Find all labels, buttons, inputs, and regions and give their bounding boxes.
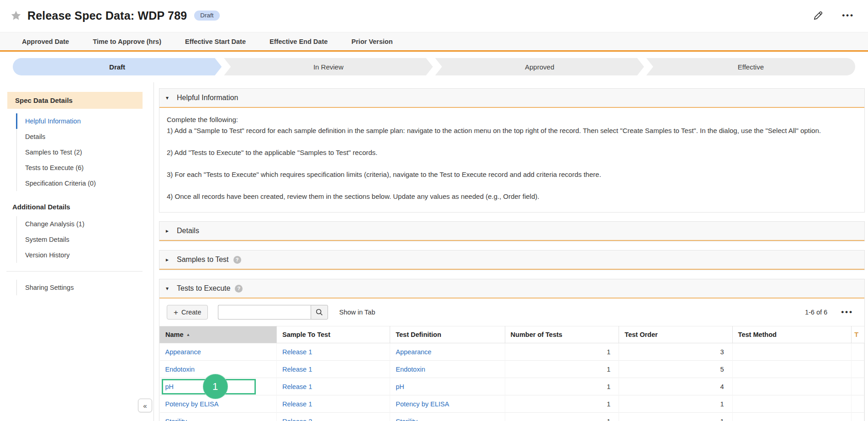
collapse-caret-icon: ▾ xyxy=(166,95,177,101)
test-method-cell xyxy=(732,378,852,395)
column-header-truncated[interactable]: T xyxy=(852,326,864,343)
search-button[interactable] xyxy=(311,305,328,320)
name-link[interactable]: Appearance xyxy=(165,348,201,356)
help-icon[interactable]: ? xyxy=(235,285,243,293)
test-definition-link[interactable]: pH xyxy=(396,383,404,390)
tests-to-execute-table: Name▲ Sample To Test Test Definition Num… xyxy=(159,326,864,421)
test-definition-link[interactable]: Sterility xyxy=(396,418,418,421)
ellipsis-icon: ••• xyxy=(842,11,854,20)
test-order-cell: 3 xyxy=(619,343,732,361)
create-button-label: Create xyxy=(181,309,201,316)
helpful-info-line: Complete the following: xyxy=(167,115,857,124)
table-row: Sterility Release 2 Sterility 1 1 xyxy=(160,413,864,421)
column-label: Name xyxy=(165,331,184,338)
section-title: Helpful Information xyxy=(177,94,238,102)
pagination-label: 1-6 of 6 xyxy=(805,309,827,316)
lifecycle-stage-bar: Draft In Review Approved Effective xyxy=(13,58,855,75)
search-icon xyxy=(315,308,323,316)
edit-button[interactable] xyxy=(812,10,824,21)
sidebar-item-specification-criteria[interactable]: Specification Criteria (0) xyxy=(17,176,153,191)
status-badge: Draft xyxy=(194,11,219,21)
record-header: Release Spec Data: WDP 789 Draft ••• xyxy=(0,0,868,31)
field-label-prior-version: Prior Version xyxy=(351,38,392,45)
helpful-info-line: 4) Once all records have been created, r… xyxy=(167,192,857,201)
section-header-tests-to-execute[interactable]: ▾ Tests to Execute ? xyxy=(159,279,864,298)
truncated-cell xyxy=(852,343,864,361)
expand-caret-icon: ▸ xyxy=(166,228,177,234)
column-header-name[interactable]: Name▲ xyxy=(160,326,277,343)
help-icon[interactable]: ? xyxy=(233,256,241,264)
column-header-test-definition[interactable]: Test Definition xyxy=(390,326,505,343)
favorite-star-icon[interactable] xyxy=(10,10,22,21)
section-header-helpful-information[interactable]: ▾ Helpful Information xyxy=(159,89,864,108)
create-button[interactable]: + Create xyxy=(167,305,208,320)
helpful-info-line: 1) Add a "Sample to Test" record for eac… xyxy=(167,126,857,135)
stage-effective: Effective xyxy=(646,58,855,75)
sample-to-test-link[interactable]: Release 1 xyxy=(282,383,312,390)
field-label-time-to-approve: Time to Approve (hrs) xyxy=(93,38,161,45)
field-label-effective-end-date: Effective End Date xyxy=(270,38,328,45)
sidebar-item-sharing-settings[interactable]: Sharing Settings xyxy=(17,280,153,295)
sidebar-collapse-button[interactable]: « xyxy=(138,399,152,412)
column-header-number-of-tests[interactable]: Number of Tests xyxy=(505,326,619,343)
number-of-tests-cell: 1 xyxy=(505,378,619,395)
table-row: Appearance Release 1 Appearance 1 3 xyxy=(160,343,864,361)
expand-caret-icon: ▸ xyxy=(166,256,177,263)
number-of-tests-cell: 1 xyxy=(505,343,619,361)
sidebar-item-system-details[interactable]: System Details xyxy=(17,232,153,247)
test-definition-link[interactable]: Potency by ELISA xyxy=(396,400,449,408)
sidebar-item-version-history[interactable]: Version History xyxy=(17,247,153,263)
sidebar-item-details[interactable]: Details xyxy=(17,129,153,144)
sample-to-test-link[interactable]: Release 2 xyxy=(282,418,312,421)
table-header-row: Name▲ Sample To Test Test Definition Num… xyxy=(160,326,864,343)
plus-icon: + xyxy=(174,309,178,316)
stage-in-review: In Review xyxy=(224,58,433,75)
section-details: ▸ Details xyxy=(159,221,865,241)
truncated-cell xyxy=(852,378,864,395)
name-link[interactable]: Potency by ELISA xyxy=(165,400,219,408)
test-order-cell: 4 xyxy=(619,378,732,395)
collapse-caret-icon: ▾ xyxy=(166,285,177,292)
column-header-test-order[interactable]: Test Order xyxy=(619,326,732,343)
sidebar-group-additional-details: Additional Details xyxy=(12,203,153,211)
more-actions-button[interactable]: ••• xyxy=(842,11,854,20)
sample-to-test-link[interactable]: Release 1 xyxy=(282,366,312,373)
section-title: Samples to Test xyxy=(177,256,229,264)
number-of-tests-cell: 1 xyxy=(505,361,619,378)
stage-approved: Approved xyxy=(435,58,644,75)
sidebar-item-helpful-information[interactable]: Helpful Information xyxy=(16,113,153,129)
sidebar-item-samples-to-test[interactable]: Samples to Test (2) xyxy=(17,144,153,160)
test-method-cell xyxy=(732,361,852,378)
sidebar-item-change-analysis[interactable]: Change Analysis (1) xyxy=(17,216,153,232)
column-header-test-method[interactable]: Test Method xyxy=(732,326,852,343)
stage-draft: Draft xyxy=(13,58,222,75)
section-header-details[interactable]: ▸ Details xyxy=(159,222,864,241)
grid-more-actions-button[interactable]: ••• xyxy=(841,308,853,317)
column-header-sample-to-test[interactable]: Sample To Test xyxy=(276,326,390,343)
truncated-cell xyxy=(852,361,864,378)
show-in-tab-link[interactable]: Show in Tab xyxy=(339,309,375,316)
section-header-samples-to-test[interactable]: ▸ Samples to Test ? xyxy=(159,250,864,270)
table-row-highlighted: pH 1 Release 1 pH 1 4 xyxy=(160,378,864,395)
test-method-cell xyxy=(732,343,852,361)
name-link[interactable]: Endotoxin xyxy=(165,366,195,373)
field-label-approved-date: Approved Date xyxy=(22,38,69,45)
record-fields-bar: Approved Date Time to Approve (hrs) Effe… xyxy=(0,32,868,50)
ellipsis-icon: ••• xyxy=(841,308,853,317)
number-of-tests-cell: 1 xyxy=(505,395,619,413)
section-title: Details xyxy=(177,227,199,235)
test-method-cell xyxy=(732,413,852,421)
number-of-tests-cell: 1 xyxy=(505,413,619,421)
sidebar-item-tests-to-execute[interactable]: Tests to Execute (6) xyxy=(17,160,153,176)
test-method-cell xyxy=(732,395,852,413)
search-input[interactable] xyxy=(218,305,311,320)
sample-to-test-link[interactable]: Release 1 xyxy=(282,348,312,356)
name-link[interactable]: pH xyxy=(165,383,174,390)
sidebar: Spec Data Details Helpful Information De… xyxy=(0,82,154,421)
test-order-cell: 5 xyxy=(619,361,732,378)
test-definition-link[interactable]: Appearance xyxy=(396,348,431,356)
sample-to-test-link[interactable]: Release 1 xyxy=(282,400,312,408)
test-definition-link[interactable]: Endotoxin xyxy=(396,366,425,373)
helpful-info-line: 3) For each "Tests to Execute" which req… xyxy=(167,170,857,179)
name-link[interactable]: Sterility xyxy=(165,418,187,421)
